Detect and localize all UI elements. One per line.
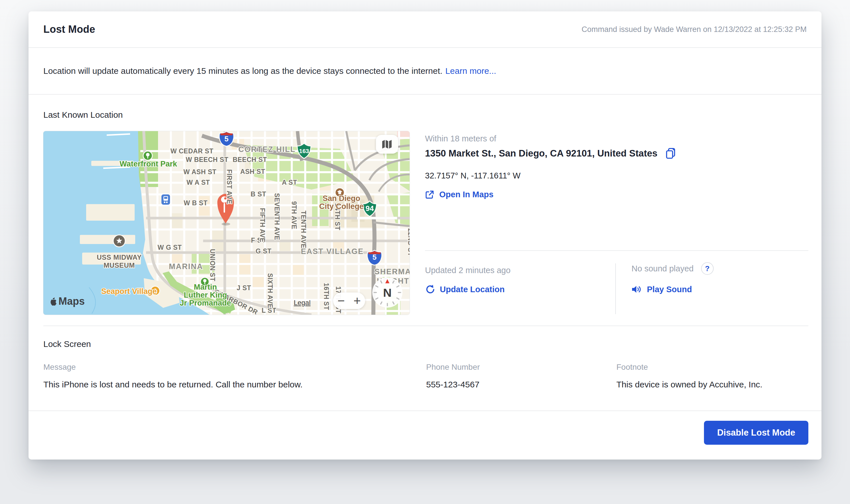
info-banner: Location will update automatically every…: [29, 48, 821, 95]
map-label: W A ST: [187, 179, 210, 186]
map-label: BEECH ST: [233, 156, 267, 163]
message-value: This iPhone is lost and needs to be retu…: [43, 380, 426, 390]
vertical-divider: [615, 264, 616, 314]
accuracy-text: Within 18 meters of: [425, 134, 496, 143]
location-row: W CEDAR STBEECH STW BEECH STW ASH STASH …: [43, 131, 808, 315]
map-label: J ST: [237, 284, 251, 292]
map-label: Seaport Village: [101, 287, 157, 295]
open-in-maps-label: Open In Maps: [439, 190, 494, 199]
map-label: City College: [319, 202, 364, 211]
phone-label: Phone Number: [426, 363, 616, 372]
phone-value: 555-123-4567: [426, 380, 616, 390]
command-issued-info: Command issued by Wade Warren on 12/13/2…: [582, 25, 807, 34]
map-label: W G ST: [158, 244, 182, 251]
map-label: 5: [225, 134, 229, 143]
lost-mode-panel: Lost Mode Command issued by Wade Warren …: [29, 12, 821, 460]
map-label: USS MIDWAY: [97, 253, 141, 261]
folded-map-icon: [382, 140, 392, 149]
map-label: 94: [366, 204, 374, 213]
map-label: Jr Promanade: [180, 299, 231, 307]
map-label: Waterfront Park: [120, 160, 177, 168]
compass-icon: N: [372, 277, 403, 308]
footnote-column: Footnote This device is owned by Accuhiv…: [616, 363, 808, 390]
sound-help-icon[interactable]: ?: [701, 262, 714, 275]
zoom-out-button[interactable]: −: [333, 292, 349, 309]
copy-icon[interactable]: [666, 148, 676, 159]
apple-logo-icon: [49, 296, 57, 306]
zoom-in-button[interactable]: +: [349, 292, 365, 309]
open-in-maps-link[interactable]: Open In Maps: [425, 190, 494, 199]
map-label: B ST: [251, 191, 266, 198]
map-label: SHERMAN: [374, 267, 410, 276]
lock-screen-section: Lock Screen Message This iPhone is lost …: [43, 326, 808, 390]
map-label: EAST VILLAGE: [301, 247, 364, 256]
maps-logo-word: Maps: [58, 295, 85, 307]
updated-text: Updated 2 minutes ago: [425, 266, 511, 275]
message-label: Message: [43, 363, 426, 372]
map[interactable]: W CEDAR STBEECH STW BEECH STW ASH STASH …: [43, 131, 410, 315]
map-label: San Diego: [323, 194, 360, 203]
play-sound-button[interactable]: Play Sound: [632, 285, 692, 294]
map-label: 5: [373, 253, 376, 262]
map-label: 16TH ST: [323, 283, 330, 310]
lock-screen-grid: Message This iPhone is lost and needs to…: [43, 363, 808, 390]
update-location-button[interactable]: Update Location: [425, 285, 504, 294]
map-label: 9TH AVE: [290, 201, 298, 229]
map-label: FIFTH AVE: [259, 208, 266, 242]
map-label: W CEDAR ST: [171, 147, 214, 155]
map-label: TENTH AVE: [300, 211, 307, 248]
map-label: MUSEUM: [104, 262, 135, 269]
panel-footer: Disable Lost Mode: [29, 411, 821, 445]
map-label: W B ST: [184, 199, 208, 207]
map-label: ASH ST: [240, 168, 265, 175]
address-text: 1350 Market St., San Diego, CA 92101, Un…: [425, 148, 657, 159]
compass-n-label: N: [383, 286, 392, 299]
footnote-label: Footnote: [616, 363, 808, 372]
map-label: Martin: [194, 283, 217, 291]
refresh-icon: [425, 285, 435, 294]
last-known-location-title: Last Known Location: [43, 110, 808, 120]
address-row: 1350 Market St., San Diego, CA 92101, Un…: [425, 148, 676, 159]
map-label: Luther King: [184, 291, 227, 299]
map-legal-link[interactable]: Legal: [294, 299, 311, 307]
disable-lost-mode-button[interactable]: Disable Lost Mode: [704, 421, 808, 445]
sound-status-row: No sound played ?: [632, 262, 714, 275]
map-label: 22ND ST: [407, 228, 410, 256]
coordinates-text: 32.7157° N, -117.1611° W: [425, 171, 520, 180]
map-canvas: W CEDAR STBEECH STW BEECH STW ASH STASH …: [43, 131, 410, 315]
map-label: SEVENTH AVE: [273, 193, 281, 240]
info-banner-text: Location will update automatically every…: [43, 66, 442, 76]
map-label: UNION ST: [209, 249, 216, 281]
panel-body: Last Known Location: [29, 110, 821, 390]
map-label: FIRST AVE: [226, 169, 233, 204]
map-label: G ST: [255, 248, 271, 255]
update-location-label: Update Location: [440, 285, 504, 294]
map-label: A ST: [282, 179, 297, 186]
uss-midway-museum-icon: [113, 235, 125, 247]
map-mode-button[interactable]: [376, 135, 398, 154]
external-link-icon: [425, 190, 434, 199]
play-sound-label: Play Sound: [647, 285, 692, 294]
footnote-value: This device is owned by Accuhive, Inc.: [616, 380, 808, 390]
location-divider: [425, 250, 808, 251]
page-title: Lost Mode: [43, 23, 95, 35]
transit-station-icon: [161, 194, 170, 205]
map-label: SIXTH AVE: [266, 273, 274, 308]
speaker-icon: [632, 285, 642, 294]
map-compass[interactable]: N: [372, 277, 403, 308]
maps-attribution: Maps: [49, 295, 85, 307]
phone-column: Phone Number 555-123-4567: [426, 363, 616, 390]
location-details: Within 18 meters of 1350 Market St., San…: [425, 131, 808, 315]
map-label: MARINA: [169, 262, 203, 271]
sound-status-text: No sound played: [632, 264, 694, 273]
lock-screen-title: Lock Screen: [43, 339, 808, 349]
message-column: Message This iPhone is lost and needs to…: [43, 363, 426, 390]
map-label: 163: [299, 148, 309, 154]
map-zoom-control: − +: [333, 292, 365, 309]
map-label: CORTEZ HILL: [238, 145, 296, 154]
map-label: W ASH ST: [183, 168, 216, 176]
learn-more-link[interactable]: Learn more...: [445, 66, 496, 76]
waterfront-park-icon: [143, 151, 152, 160]
panel-header: Lost Mode Command issued by Wade Warren …: [29, 12, 821, 48]
map-label: W BEECH ST: [186, 156, 228, 163]
